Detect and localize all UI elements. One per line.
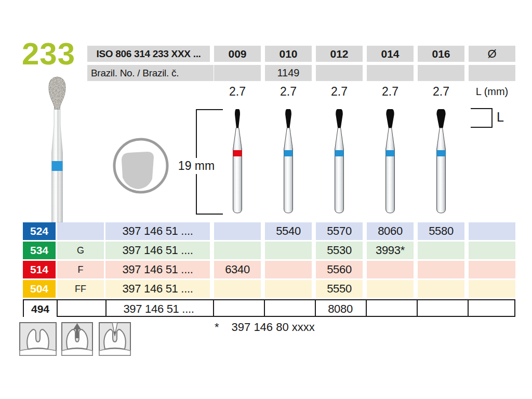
bur-shank [437,128,446,213]
catalog-number-cell-494-3 [368,300,415,318]
bur-photo [43,76,72,224]
cavity-icon [19,322,57,358]
table-row-514: 514F397 146 51 ....63405560 [23,261,515,278]
length-value-016: 2.7 [418,84,464,99]
head-length-bracket-right [491,108,493,128]
row-iso-cell: 397 146 51 .... [105,242,210,259]
catalog-number-cell-524-5 [469,222,515,240]
bur-shank [335,128,344,213]
row-divider-5 [366,300,367,316]
catalog-number-cell-494-5 [470,300,516,318]
footnote-text: 397 146 80 xxxx [232,321,315,334]
bur-illustration-010 [277,107,300,218]
catalog-number-cell-524-1: 5540 [265,222,312,240]
length-value-012: 2.7 [316,84,363,99]
row-iso-cell: 397 146 51 .... [107,300,211,318]
row-divider-0 [57,300,58,316]
catalog-number-cell-504-3 [367,280,414,298]
brazil-number-016 [418,65,464,81]
brazil-number-014 [367,65,414,81]
catalog-number-cell-534-1 [265,242,312,259]
catalog-number-cell-534-5 [469,242,515,259]
size-header-009: 009 [214,46,261,62]
brazil-number-009 [214,65,261,81]
catalog-page: 233 ISO 806 314 233 XXX ... Brazil. No. … [0,0,532,399]
catalog-number-cell-504-5 [469,280,515,298]
bur-diamond-head [285,109,291,128]
size-header-016: 016 [418,46,464,62]
shank-length-bracket-top-tick [196,109,223,110]
bur-illustration-016 [430,107,453,218]
bur-illustration-014 [379,107,402,218]
iso-header-cell: ISO 806 314 233 XXX ... [87,46,210,62]
table-row-504: 504FF397 146 51 ....5550 [23,280,515,298]
row-grit-cell [58,300,105,318]
catalog-number-cell-504-2: 5550 [316,280,363,298]
table-row-494: 494397 146 51 ....8080 [23,299,515,317]
length-value-014: 2.7 [367,84,414,99]
cavity-arrow-up-icon [61,322,93,358]
catalog-number-cell-494-1 [266,300,313,318]
footnote: * 397 146 80 xxxx [215,321,315,334]
catalog-number-cell-504-0 [214,280,261,298]
bur-shank [284,128,293,213]
row-iso-cell: 397 146 51 .... [105,222,210,240]
catalog-number-cell-534-0 [214,242,261,259]
row-iso-cell: 397 146 51 .... [105,261,210,278]
catalog-number-cell-514-2: 5560 [316,261,363,278]
brazil-number-empty [469,65,515,81]
length-unit-cell: L (mm) [469,84,515,99]
catalog-number-cell-534-3: 3993* [367,242,414,259]
catalog-number-cell-514-3 [367,261,414,278]
row-code-badge: 504 [23,280,56,298]
row-code-badge: 494 [24,300,57,318]
length-value-009: 2.7 [214,84,261,99]
brazil-header-cell: Brazil. No. / Brazil. č. [87,65,214,81]
head-length-bracket-bottom [471,127,493,128]
catalog-number-cell-514-4 [418,261,464,278]
row-code-badge: 534 [23,242,56,259]
shank-length-bracket-bottom-tick [196,214,223,215]
bur-shank [386,128,395,213]
bur-color-band [437,150,446,156]
cavity-bur-entry-icon [99,322,131,358]
bur-color-band [335,150,344,156]
catalog-number-cell-494-4 [419,300,466,318]
catalog-number-cell-514-1 [265,261,312,278]
catalog-number-cell-504-1 [265,280,312,298]
table-row-534: 534G397 146 51 ....55303993* [23,242,515,259]
length-value-010: 2.7 [265,84,312,99]
row-grit-cell: FF [57,280,104,298]
brazil-number-012 [316,65,363,81]
row-divider-6 [417,300,418,316]
row-divider-3 [264,300,265,316]
bur-diamond-head [436,109,445,128]
catalog-number-cell-514-0: 6340 [214,261,261,278]
row-code-badge: 524 [23,222,56,240]
catalog-number-cell-514-5 [469,261,515,278]
row-iso-cell: 397 146 51 .... [105,280,210,298]
brazil-number-010: 1149 [265,65,312,81]
row-code-badge: 514 [23,261,56,278]
row-divider-1 [105,300,107,316]
page-title: 233 [22,38,75,70]
bur-color-band [233,150,242,156]
cross-section-shape [122,152,154,189]
catalog-number-cell-534-4 [418,242,464,259]
bur-photo-blue-band [52,161,63,171]
bur-color-band [284,150,293,156]
catalog-number-cell-524-4: 5580 [418,222,464,240]
row-divider-4 [315,300,316,316]
bur-illustration-009 [226,107,249,218]
catalog-number-cell-534-2: 5530 [316,242,363,259]
bur-diamond-head [386,109,394,128]
row-divider-7 [468,300,469,316]
row-grit-cell: G [57,242,104,259]
bur-color-band [386,150,395,156]
catalog-number-cell-494-2: 8080 [317,300,364,318]
bur-diamond-head [336,109,343,128]
row-grit-cell [57,222,104,240]
row-grit-cell: F [57,261,104,278]
row-divider-2 [213,300,214,316]
shank-length-label: 19 mm [177,158,216,174]
